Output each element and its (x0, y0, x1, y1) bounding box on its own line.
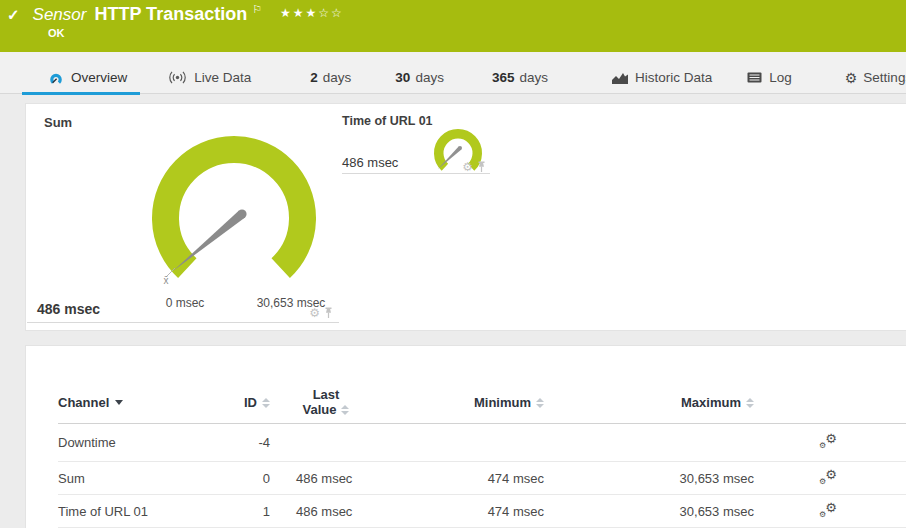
sum-gauge-value: 486 msec (37, 301, 100, 317)
gauges-card: Sum x̄ 0 msec 30,653 msec 486 msec ⚙ Tim… (25, 103, 906, 331)
header-last-value-line1: Last (270, 388, 382, 403)
tab-30-days-number: 30 (395, 70, 410, 85)
tab-settings-label: Settings (863, 70, 906, 85)
cell-maximum: 30,653 msec (564, 504, 764, 519)
header-maximum-label: Maximum (681, 395, 741, 410)
url01-gauge-widget: Time of URL 01 486 msec ⚙ (342, 108, 490, 174)
header-channel-label: Channel (58, 395, 109, 410)
tab-historic-data[interactable]: Historic Data (612, 65, 712, 91)
sum-gauge: x̄ (137, 116, 367, 291)
sensor-status-header: ✓ Sensor HTTP Transaction ⚐ ★★★☆☆ OK (0, 0, 906, 52)
tab-30-days[interactable]: 30 days (395, 65, 444, 91)
header-id[interactable]: ID (238, 395, 270, 410)
header-last-value[interactable]: Last Value (270, 388, 382, 418)
url01-widget-settings-icon[interactable]: ⚙ (462, 161, 473, 173)
log-icon (747, 72, 762, 83)
sensor-tab-bar: Overview Live Data 2 days 30 days 365 da… (0, 52, 906, 94)
sort-toggle-icon[interactable] (536, 398, 544, 408)
cell-channel: Sum (58, 471, 238, 486)
url01-widget-pin-icon[interactable] (477, 161, 486, 173)
gauge-icon (48, 71, 64, 85)
cell-channel: Time of URL 01 (58, 504, 238, 519)
tab-365-days-unit: days (519, 70, 548, 85)
tab-365-days-number: 365 (492, 70, 515, 85)
stars-empty[interactable]: ☆☆ (318, 6, 344, 20)
table-row-time-of-url-01: Time of URL 01 1 486 msec 474 msec 30,65… (58, 495, 906, 528)
cell-channel: Downtime (58, 435, 238, 450)
tab-2-days-number: 2 (310, 70, 318, 85)
cell-maximum: 30,653 msec (564, 471, 764, 486)
sort-toggle-icon[interactable] (341, 405, 349, 415)
channel-settings-gears-icon[interactable]: ⚙⚙ (819, 469, 837, 485)
tab-live-data-label: Live Data (194, 70, 251, 85)
header-minimum-label: Minimum (474, 395, 531, 410)
tab-log-label: Log (769, 70, 792, 85)
tab-365-days[interactable]: 365 days (492, 65, 548, 91)
tab-30-days-unit: days (415, 70, 444, 85)
sum-gauge-title: Sum (44, 115, 72, 130)
tab-log[interactable]: Log (747, 65, 792, 91)
channel-settings-gears-icon[interactable]: ⚙⚙ (819, 502, 837, 518)
cell-id: 0 (238, 471, 270, 486)
cell-last-value: 486 msec (270, 471, 382, 486)
sum-gauge-scale-min: 0 msec (166, 296, 205, 310)
cell-id: 1 (238, 504, 270, 519)
cell-id: -4 (238, 435, 270, 450)
channel-table: Channel ID Last Value Minimum (58, 382, 906, 528)
object-kind-label: Sensor (33, 5, 87, 25)
sort-desc-icon (115, 400, 123, 405)
broadcast-icon (168, 71, 187, 84)
cell-last-value: 486 msec (270, 504, 382, 519)
header-last-value-line2: Value (303, 403, 337, 418)
channel-table-header: Channel ID Last Value Minimum (58, 382, 906, 424)
channel-settings-gears-icon[interactable]: ⚙⚙ (819, 433, 837, 449)
url01-gauge-title: Time of URL 01 (342, 114, 433, 128)
header-channel[interactable]: Channel (58, 395, 238, 410)
sensor-title: HTTP Transaction (94, 4, 247, 25)
table-row-sum: Sum 0 486 msec 474 msec 30,653 msec ⚙⚙ (58, 462, 906, 495)
sum-widget-settings-icon[interactable]: ⚙ (309, 307, 320, 319)
cell-minimum: 474 msec (382, 471, 564, 486)
url01-gauge-value: 486 msec (342, 155, 398, 170)
tab-settings[interactable]: ⚙ Settings (845, 65, 906, 91)
sum-widget-pin-icon[interactable] (324, 307, 333, 319)
status-badge: OK (48, 27, 65, 39)
average-marker: x̄ (164, 275, 169, 286)
tab-2-days-unit: days (323, 70, 352, 85)
tab-2-days[interactable]: 2 days (310, 65, 351, 91)
area-chart-icon (612, 72, 628, 84)
status-check-icon: ✓ (7, 6, 20, 24)
sort-toggle-icon[interactable] (746, 398, 754, 408)
sum-gauge-widget: Sum x̄ 0 msec 30,653 msec 486 msec ⚙ (27, 104, 339, 323)
cell-minimum: 474 msec (382, 504, 564, 519)
prtg-sensor-page: { "colors": { "status_green": "#a6bc0f",… (0, 0, 906, 528)
sort-toggle-icon[interactable] (262, 398, 270, 408)
flag-icon: ⚐ (252, 3, 262, 16)
priority-stars[interactable]: ★★★☆☆ (280, 6, 344, 20)
table-row-downtime: Downtime -4 ⚙⚙ (58, 424, 906, 462)
header-maximum[interactable]: Maximum (564, 395, 764, 410)
channels-card: Channel ID Last Value Minimum (25, 345, 906, 528)
tab-overview[interactable]: Overview (48, 65, 127, 91)
tab-overview-label: Overview (71, 70, 127, 85)
tab-historic-data-label: Historic Data (635, 70, 712, 85)
gear-icon: ⚙ (845, 70, 858, 86)
tab-live-data[interactable]: Live Data (168, 65, 251, 91)
stars-filled[interactable]: ★★★ (280, 6, 318, 20)
header-id-label: ID (244, 395, 257, 410)
header-minimum[interactable]: Minimum (382, 395, 564, 410)
